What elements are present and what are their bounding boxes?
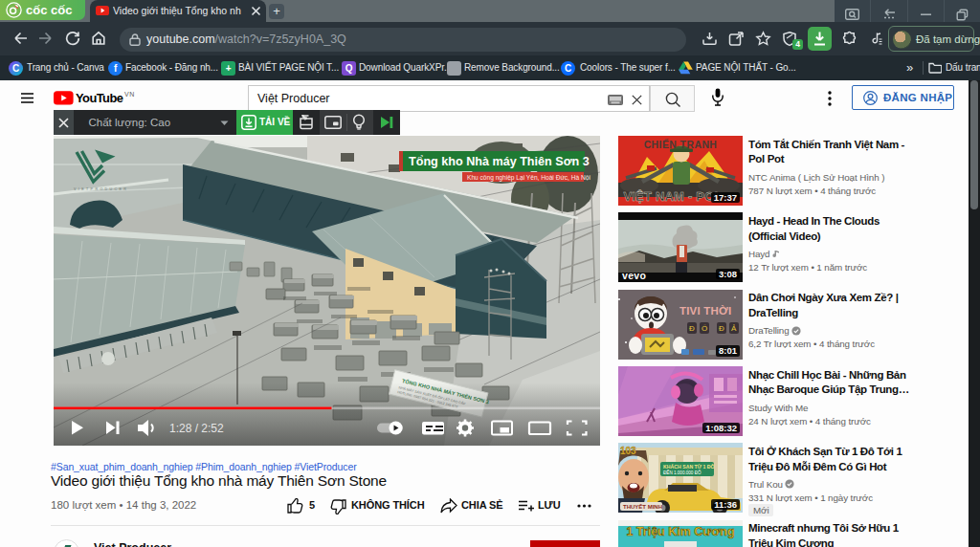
- svg-text:1 Triệu Kim Cương: 1 Triệu Kim Cương: [626, 525, 734, 538]
- svg-text:VIETPRODUCER: VIETPRODUCER: [74, 187, 128, 191]
- svg-text:1:28 / 2:52: 1:28 / 2:52: [169, 422, 224, 435]
- svg-text:Tổng kho Nhà máy Thiên Sơn 3: Tổng kho Nhà máy Thiên Sơn 3: [409, 155, 590, 168]
- svg-text:KHÁCH SẠN TỪ 1 ĐÔ: KHÁCH SẠN TỪ 1 ĐÔ: [663, 463, 715, 470]
- svg-text:Khu công nghiệp Lại Yên, Hoài: Khu công nghiệp Lại Yên, Hoài Đức, Hà Nộ…: [467, 174, 590, 182]
- svg-text:Ả: Ả: [731, 324, 737, 333]
- svg-text:vevo: vevo: [622, 270, 646, 281]
- svg-text:ĐẾN 1.000.000 ĐÔ: ĐẾN 1.000.000 ĐÔ: [663, 470, 702, 475]
- svg-text:Đ: Đ: [719, 324, 724, 333]
- svg-text:CHIẾN TRANH: CHIẾN TRANH: [644, 139, 718, 150]
- svg-text:TIVI THỜI: TIVI THỜI: [679, 305, 731, 317]
- svg-text:YouTube: YouTube: [76, 91, 123, 105]
- svg-text:VIỆT NAM - POL: VIỆT NAM - POL: [623, 189, 722, 204]
- svg-text:THUYẾT MINH: THUYẾT MINH: [623, 504, 662, 510]
- svg-text:103: 103: [620, 446, 636, 456]
- svg-text:Đ: Đ: [689, 324, 695, 333]
- svg-text:Ổ: Ổ: [702, 324, 707, 333]
